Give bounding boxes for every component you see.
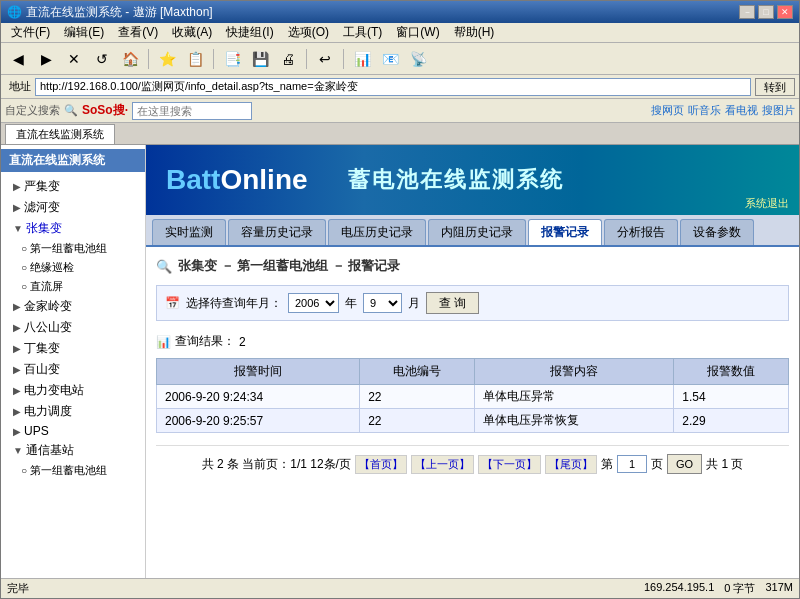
pagination: 共 2 条 当前页：1/1 12条/页 【首页】 【上一页】 【下一页】 【尾页… [156, 445, 789, 482]
sidebar-item-lvhebian[interactable]: ▶ 滤河变 [1, 197, 145, 218]
page-title: 🔍 张集变 － 第一组蓄电池组 － 报警记录 [156, 257, 789, 275]
sidebar-item-yanjibian[interactable]: ▶ 严集变 [1, 176, 145, 197]
tab-capacity-history[interactable]: 容量历史记录 [228, 219, 326, 245]
sidebar-sub-battery2[interactable]: ○ 第一组蓄电池组 [1, 461, 145, 480]
history-button[interactable]: 📋 [182, 47, 208, 71]
filter-label: 选择待查询年月： [186, 295, 282, 312]
result-count-value: 2 [239, 335, 246, 349]
sidebar-item-jinjia[interactable]: ▶ 金家岭变 [1, 296, 145, 317]
tab-alarm-records[interactable]: 报警记录 [528, 219, 602, 245]
sidebar-item-zhangjbian[interactable]: ▼ 张集变 [1, 218, 145, 239]
main-panel: BattOnline 蓄电池在线监测系统 系统退出 实时监测 容量历史记录 电压… [146, 145, 799, 578]
circle-icon: ○ [21, 465, 27, 476]
toolbar-separator-3 [306, 49, 307, 69]
status-bar: 完毕 169.254.195.1 0 字节 317M [1, 578, 799, 598]
table-row: 2006-9-20 9:24:34 22 单体电压异常 1.54 [157, 385, 789, 409]
last-page-link[interactable]: 【尾页】 [545, 455, 597, 474]
sidebar-sub-dc[interactable]: ○ 直流屏 [1, 277, 145, 296]
tab-resistance-history[interactable]: 内阻历史记录 [428, 219, 526, 245]
print-button[interactable]: 🖨 [275, 47, 301, 71]
nav-tabs: 实时监测 容量历史记录 电压历史记录 内阻历史记录 报警记录 分析报告 [146, 215, 799, 247]
save-button[interactable]: 💾 [247, 47, 273, 71]
sidebar-sub-battery1[interactable]: ○ 第一组蓄电池组 [1, 239, 145, 258]
tab-analysis[interactable]: 分析报告 [604, 219, 678, 245]
year-select[interactable]: 2006 2007 2005 [288, 293, 339, 313]
menu-options[interactable]: 选项(O) [282, 23, 335, 42]
tab-bar: 直流在线监测系统 [1, 123, 799, 145]
home-button[interactable]: 🏠 [117, 47, 143, 71]
logo: BattOnline [166, 164, 308, 196]
cell-content: 单体电压异常 [474, 385, 673, 409]
sidebar-item-dianli[interactable]: ▶ 电力变电站 [1, 380, 145, 401]
menu-tools[interactable]: 工具(T) [337, 23, 388, 42]
sidebar-item-diaodu[interactable]: ▶ 电力调度 [1, 401, 145, 422]
forward-button[interactable]: ▶ [33, 47, 59, 71]
address-label: 地址 [5, 79, 35, 94]
toolbar-separator-4 [343, 49, 344, 69]
bullet-icon: ▶ [13, 301, 21, 312]
feed-button[interactable]: 📡 [405, 47, 431, 71]
col-battery-id: 电池编号 [360, 359, 475, 385]
sidebar-item-bagong[interactable]: ▶ 八公山变 [1, 317, 145, 338]
user-logout-link[interactable]: 系统退出 [745, 196, 789, 211]
tab-realtime[interactable]: 实时监测 [152, 219, 226, 245]
sidebar-item-tongxin[interactable]: ▼ 通信基站 [1, 440, 145, 461]
sidebar-sub-inspection[interactable]: ○ 绝缘巡检 [1, 258, 145, 277]
tab-voltage-history[interactable]: 电压历史记录 [328, 219, 426, 245]
menu-groups[interactable]: 快捷组(I) [220, 23, 279, 42]
refresh-button[interactable]: ↺ [89, 47, 115, 71]
back-button[interactable]: ◀ [5, 47, 31, 71]
minimize-button[interactable]: － [739, 5, 755, 19]
bullet-icon: ▶ [13, 181, 21, 192]
menu-favorites[interactable]: 收藏(A) [166, 23, 218, 42]
search-images[interactable]: 搜图片 [762, 103, 795, 118]
cell-time: 2006-9-20 9:25:57 [157, 409, 360, 433]
favorites-button[interactable]: ⭐ [154, 47, 180, 71]
status-left: 完毕 [7, 581, 29, 596]
sidebar-item-baishan[interactable]: ▶ 百山变 [1, 359, 145, 380]
title-bar-controls: － □ ✕ [739, 5, 793, 19]
sidebar-item-ups[interactable]: ▶ UPS [1, 422, 145, 440]
menu-bar: 文件(F) 编辑(E) 查看(V) 收藏(A) 快捷组(I) 选项(O) 工具(… [1, 23, 799, 43]
memory-info: 317M [765, 581, 793, 596]
menu-view[interactable]: 查看(V) [112, 23, 164, 42]
browser-tab-main[interactable]: 直流在线监测系统 [5, 124, 115, 144]
search-input[interactable] [132, 102, 252, 120]
chart-button[interactable]: 📊 [349, 47, 375, 71]
search-tv[interactable]: 看电视 [725, 103, 758, 118]
maximize-button[interactable]: □ [758, 5, 774, 19]
month-select[interactable]: 9 1234 5678 101112 [363, 293, 402, 313]
next-page-link[interactable]: 【下一页】 [478, 455, 541, 474]
cell-battery-id: 22 [360, 385, 475, 409]
page-content: 🔍 张集变 － 第一组蓄电池组 － 报警记录 📅 选择待查询年月： 2006 2… [146, 247, 799, 578]
bullet-icon: ▼ [13, 445, 23, 456]
filter-icon: 📅 [165, 296, 180, 310]
undo-button[interactable]: ↩ [312, 47, 338, 71]
go-page-button[interactable]: GO [667, 454, 702, 474]
sidebar-label: 百山变 [24, 361, 60, 378]
page-input[interactable] [617, 455, 647, 473]
menu-edit[interactable]: 编辑(E) [58, 23, 110, 42]
new-tab-button[interactable]: 📑 [219, 47, 245, 71]
page-input-label: 第 [601, 456, 613, 473]
result-count-bar: 📊 查询结果： 2 [156, 333, 789, 350]
menu-file[interactable]: 文件(F) [5, 23, 56, 42]
close-button[interactable]: ✕ [777, 5, 793, 19]
address-input[interactable] [35, 78, 751, 96]
search-music[interactable]: 听音乐 [688, 103, 721, 118]
sidebar-item-ding[interactable]: ▶ 丁集变 [1, 338, 145, 359]
query-button[interactable]: 查 询 [426, 292, 479, 314]
search-icon: 🔍 [64, 104, 78, 117]
address-go-button[interactable]: 转到 [755, 78, 795, 96]
mail-button[interactable]: 📧 [377, 47, 403, 71]
menu-help[interactable]: 帮助(H) [448, 23, 501, 42]
tab-device-params[interactable]: 设备参数 [680, 219, 754, 245]
stop-button[interactable]: ✕ [61, 47, 87, 71]
search-web[interactable]: 搜网页 [651, 103, 684, 118]
prev-page-link[interactable]: 【上一页】 [411, 455, 474, 474]
page-title-icon: 🔍 [156, 259, 172, 274]
toolbar-separator-1 [148, 49, 149, 69]
menu-window[interactable]: 窗口(W) [390, 23, 445, 42]
sidebar-sub-label: 直流屏 [30, 279, 63, 294]
first-page-link[interactable]: 【首页】 [355, 455, 407, 474]
